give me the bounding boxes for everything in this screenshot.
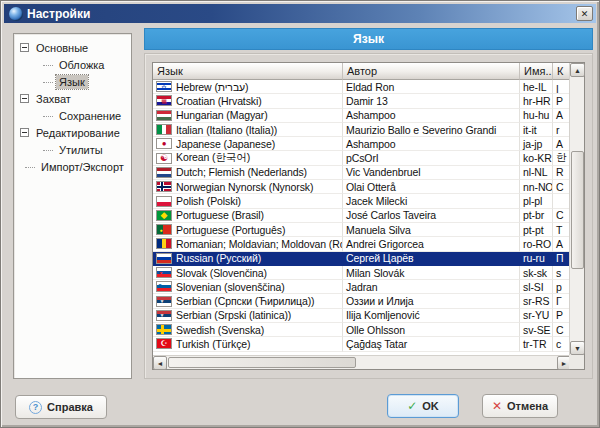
collapse-icon[interactable] [20,94,29,103]
help-button-label: Справка [47,401,93,413]
code-cell: sr-YU [520,309,553,323]
language-cell: Dutch; Flemish (Nederlands) [153,166,343,180]
language-row-6[interactable]: Dutch; Flemish (Nederlands)Vic Vandenbru… [153,166,571,180]
language-row-12[interactable]: Russian (Русский)Сергей Царёвru-ruП [153,252,571,266]
extra-text: П [556,252,563,264]
language-cell: ▼Slovenian (slovenščina) [153,280,343,294]
code-text: ro-RO [523,238,551,250]
flag-icon [156,181,172,192]
tree-item-1[interactable]: Обложка [14,56,131,73]
author-text: Olle Ohlsson [346,324,405,336]
author-text: pCsOrI [346,152,379,164]
flag-icon [156,110,172,121]
language-row-5[interactable]: ☯Korean (한국어)pCsOrIko-KR한 [153,151,571,165]
code-text: ko-KR [523,152,552,164]
horizontal-scroll-thumb[interactable] [168,357,356,368]
extra-text: 한 [556,151,566,165]
language-text: Portuguese (Brasil) [176,209,264,221]
extra-text: P [556,95,563,107]
language-row-10[interactable]: ●Portuguese (Português)Manuela Silvapt-p… [153,223,571,237]
code-text: sr-RS [523,295,549,307]
code-cell: pt-pt [520,223,553,237]
column-header-0[interactable]: Язык [153,63,343,80]
extra-text: T [556,224,562,236]
language-row-15[interactable]: ▼Serbian (Српски (Ћирилица))Оззии и Илиј… [153,294,571,308]
language-row-8[interactable]: Polish (Polski)Jacek Mileckipl-pl [153,194,571,208]
language-text: Serbian (Српски (Ћирилица)) [176,295,315,307]
language-row-9[interactable]: ◆Portuguese (Brasil)José Carlos Taveirap… [153,209,571,223]
language-row-4[interactable]: ●Japanese (Japanese)Ashampooja-jpA [153,137,571,151]
language-text: Romanian; Moldavian; Moldovan (Română) [176,238,343,250]
cancel-button[interactable]: ✕ Отмена [482,394,558,418]
cross-icon: ✕ [492,400,502,412]
extra-text: c [556,338,561,350]
code-cell: hu-hu [520,109,553,123]
tree-item-0[interactable]: Основные [14,39,131,56]
language-row-18[interactable]: ☪Turkish (Türkçe)Çağdaş Tatartr-TRc [153,337,571,351]
code-cell: sk-sk [520,266,553,280]
tree-item-4[interactable]: Сохранение [14,107,131,124]
app-icon [9,7,23,21]
language-text: Dutch; Flemish (Nederlands) [176,166,307,178]
code-text: ru-ru [523,252,545,264]
column-header-1[interactable]: Автор [343,63,520,80]
author-text: Jadran [346,281,378,293]
language-cell: ☯Korean (한국어) [153,151,343,165]
code-text: pl-pl [523,195,542,207]
code-text: nn-NO [523,181,553,193]
flag-icon [156,238,172,249]
ok-button[interactable]: ✓ OK [387,394,459,418]
column-header-2[interactable]: Имя... [520,63,553,80]
author-text: Ashampoo [346,109,395,121]
language-row-1[interactable]: ▦Croatian (Hrvatski)Damir 13hr-HRP [153,94,571,108]
language-row-16[interactable]: ▼Serbian (Srpski (latinica))Ilija Komlje… [153,309,571,323]
code-cell: sv-SE [520,323,553,337]
vertical-scrollbar[interactable]: ▲ ▼ [569,63,584,355]
titlebar[interactable]: Настройки ✕ [4,4,596,23]
flag-icon: ☯ [156,153,172,164]
vertical-scroll-thumb[interactable] [571,151,584,269]
close-button[interactable]: ✕ [576,6,593,21]
language-text: Norwegian Nynorsk (Nynorsk) [176,181,313,193]
author-cell: Ashampoo [343,109,520,123]
tree-item-2[interactable]: Язык [14,73,131,90]
cancel-button-label: Отмена [507,400,548,412]
author-cell: Eldad Ron [343,80,520,94]
tree-item-label: Основные [33,41,91,55]
scroll-up-button[interactable]: ▲ [570,63,585,77]
collapse-icon[interactable] [20,128,29,137]
language-text: Hebrew (עברית) [176,81,248,93]
code-text: hr-HR [523,95,551,107]
horizontal-scrollbar[interactable]: ◄ ► [153,355,571,369]
flag-icon [156,167,172,178]
author-cell: Andrei Grigorcea [343,237,520,251]
scroll-down-button[interactable]: ▼ [570,341,585,355]
author-text: Сергей Царёв [346,252,413,264]
tree-item-6[interactable]: Утилиты [14,141,131,158]
language-row-11[interactable]: Romanian; Moldavian; Moldovan (Română)An… [153,237,571,251]
author-text: José Carlos Taveira [346,209,436,221]
tree-item-3[interactable]: Захват [14,90,131,107]
code-text: sv-SE [523,324,551,336]
code-text: pt-br [523,209,544,221]
tree-item-7[interactable]: Импорт/Экспорт [14,158,131,175]
language-row-13[interactable]: ▼Slovak (Slovenčina)Milan Slováksk-sks [153,266,571,280]
language-row-0[interactable]: ✡Hebrew (עברית)Eldad Ronhe-ILן [153,80,571,94]
language-row-2[interactable]: Hungarian (Magyar)Ashampoohu-huA [153,109,571,123]
language-row-3[interactable]: Italian (Italiano (Italia))Maurizio Ball… [153,123,571,137]
language-row-14[interactable]: ▼Slovenian (slovenščina)Jadransl-SIp [153,280,571,294]
flag-emblem: ✡ [161,83,167,90]
code-cell: nl-NL [520,166,553,180]
language-row-17[interactable]: Swedish (Svenska)Olle Ohlssonsv-SEC [153,323,571,337]
author-cell: Olle Ohlsson [343,323,520,337]
help-button[interactable]: ? Справка [15,395,107,419]
section-header: Язык [144,28,593,50]
tree-item-5[interactable]: Редактирование [14,124,131,141]
scroll-left-button[interactable]: ◄ [153,356,167,370]
extra-text: ן [556,81,559,93]
author-cell: Manuela Silva [343,223,520,237]
code-text: pt-pt [523,224,544,236]
language-row-7[interactable]: Norwegian Nynorsk (Nynorsk)Olai Otterånn… [153,180,571,194]
collapse-icon[interactable] [20,43,29,52]
language-cell: ▼Serbian (Српски (Ћирилица)) [153,294,343,308]
